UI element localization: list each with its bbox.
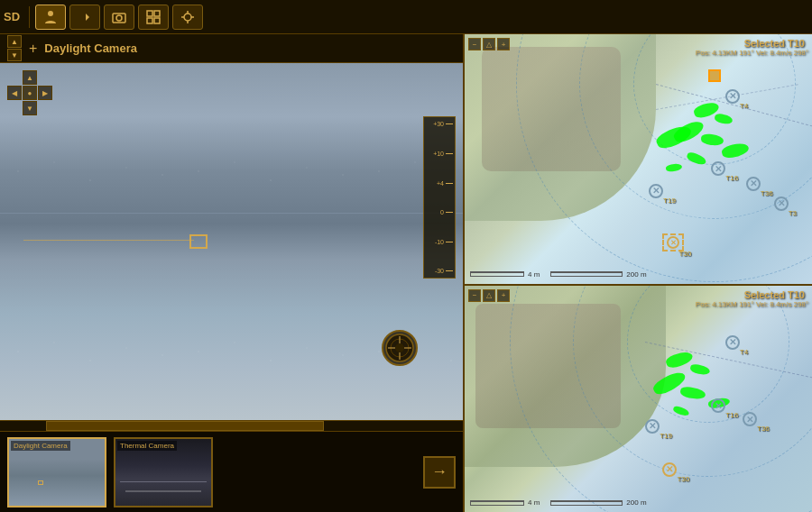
- camera-title: Daylight Camera: [44, 41, 137, 55]
- sd-label: SD: [4, 10, 20, 23]
- pos-label-bottom: Pos: 4.13KM 191° Vel: 8.4m/s 298°: [696, 300, 808, 308]
- camera-noise-overlay: [0, 63, 463, 420]
- horizon-line: [0, 213, 463, 214]
- right-panel: ✕ T4 ✕ T16 ✕ T19 ✕ T36 ✕ T3 ✕: [465, 34, 812, 512]
- track-label-t4: T4: [740, 102, 748, 110]
- pan-ur: [38, 70, 52, 85]
- thumbnails-strip: Daylight Camera Thermal Camera →: [0, 431, 463, 512]
- ruler-tick-10-plus: +10: [426, 151, 453, 157]
- track-marker-t3: ✕: [774, 197, 789, 211]
- map-nav-bottom: − △ +: [468, 289, 510, 302]
- target-tracking-line: [23, 240, 195, 241]
- add-camera-btn[interactable]: +: [29, 41, 37, 57]
- target-square-top: [708, 69, 721, 82]
- camera-feed[interactable]: ▲ ◀ ● ▶ ▼ +30 +10: [0, 63, 463, 420]
- map-nav-up-top[interactable]: △: [483, 38, 495, 50]
- ruler-tick-0: 0: [426, 209, 453, 215]
- next-camera-btn[interactable]: →: [423, 456, 456, 489]
- toolbar-btn-layout[interactable]: [138, 5, 169, 30]
- pan-control: ▲ ◀ ● ▶ ▼: [7, 70, 52, 115]
- track-label-t3: T3: [789, 209, 797, 217]
- scale-text-200m-bottom: 200 m: [626, 498, 646, 507]
- arrow-icon: [77, 9, 93, 25]
- range-ring-bottom-3: [510, 286, 813, 512]
- compass-indicator: [382, 330, 418, 366]
- track-label-t19-b: T19: [660, 432, 672, 440]
- svg-point-7: [184, 14, 191, 21]
- camera-header: ▲ ▼ + Daylight Camera: [0, 34, 463, 63]
- selected-label-bottom: Selected T10: [744, 289, 805, 300]
- pan-dl: [7, 101, 22, 115]
- ruler-tick-30-minus: -30: [426, 268, 453, 274]
- pan-down[interactable]: ▼: [23, 101, 37, 115]
- svg-rect-4: [154, 11, 160, 16]
- layout-icon: [145, 9, 161, 25]
- pan-down-btn[interactable]: ▼: [7, 49, 22, 61]
- track-label-t4-b: T4: [740, 348, 748, 356]
- track-marker-t36: ✕: [746, 177, 761, 191]
- toolbar-btn-arrow[interactable]: [69, 5, 100, 30]
- track-label-t36: T36: [761, 189, 773, 197]
- scrollbar-thumb[interactable]: [46, 421, 324, 431]
- map-nav-top: − △ +: [468, 38, 510, 50]
- map-nav-up-bottom[interactable]: △: [483, 289, 495, 302]
- map-nav-minus-bottom[interactable]: −: [468, 289, 481, 302]
- camera-icon: [111, 9, 127, 25]
- track-label-t19: T19: [663, 197, 676, 205]
- pan-up-btn[interactable]: ▲: [7, 35, 22, 48]
- scale-line-200m-b: [550, 500, 623, 506]
- toolbar-divider: [29, 6, 30, 28]
- map-nav-plus-top[interactable]: +: [497, 38, 510, 50]
- range-rings-top: [465, 34, 812, 284]
- track-marker-t4-b: ✕: [725, 335, 740, 350]
- pan-left[interactable]: ◀: [7, 86, 22, 100]
- track-label-t30-b: T30: [677, 475, 689, 483]
- camera-scrollbar[interactable]: [0, 420, 463, 431]
- toolbar-btn-person[interactable]: [35, 5, 66, 30]
- pan-dr: [38, 101, 52, 115]
- scale-text-4m: 4 m: [528, 270, 540, 279]
- ruler-tick-10-minus: -10: [426, 239, 453, 245]
- svg-point-0: [48, 11, 53, 16]
- selected-target-box: ✕: [662, 233, 684, 251]
- main-area: ▲ ▼ + Daylight Camera ▲ ◀ ● ▶ ▼: [0, 34, 812, 512]
- map-nav-minus-top[interactable]: −: [468, 38, 481, 50]
- scale-bar-top: 4 m 200 m: [470, 270, 647, 279]
- thumb-thermal[interactable]: Thermal Camera: [114, 437, 213, 507]
- toolbar: SD: [0, 0, 812, 34]
- pan-up[interactable]: ▲: [23, 70, 37, 85]
- thumb-daylight[interactable]: Daylight Camera: [7, 437, 106, 507]
- scale-text-200m-top: 200 m: [626, 270, 646, 279]
- track-label-t16-b: T16: [725, 411, 738, 419]
- compass-svg: [384, 333, 415, 363]
- camera-panel: ▲ ▼ + Daylight Camera ▲ ◀ ● ▶ ▼: [0, 34, 465, 512]
- svg-rect-6: [154, 18, 160, 23]
- ruler-tick-30-plus: +30: [426, 121, 453, 127]
- thumb-thermal-label: Thermal Camera: [117, 441, 177, 451]
- pan-ul: [7, 70, 22, 85]
- svg-rect-3: [147, 11, 152, 16]
- toolbar-btn-crosshair[interactable]: [172, 5, 203, 30]
- svg-point-14: [395, 343, 404, 352]
- track-marker-t30-inner: ✕: [667, 236, 679, 249]
- svg-point-2: [116, 15, 122, 21]
- pan-center[interactable]: ●: [23, 86, 37, 100]
- range-rings-bottom: [465, 286, 812, 512]
- map-nav-plus-bottom[interactable]: +: [497, 289, 510, 302]
- map-top[interactable]: ✕ T4 ✕ T16 ✕ T19 ✕ T36 ✕ T3 ✕: [465, 34, 812, 286]
- scale-bar-bottom: 4 m 200 m: [470, 498, 647, 507]
- toolbar-btn-camera[interactable]: [104, 5, 134, 30]
- map-bottom[interactable]: ✕ T4 ✕ T16 ✕ T19 ✕ T36 ✕ T30 − △: [465, 286, 812, 512]
- pan-right[interactable]: ▶: [38, 86, 52, 100]
- track-label-t30: T30: [678, 250, 691, 258]
- scale-ruler: +30 +10 +4 0 -10: [423, 116, 456, 279]
- track-marker-t19-b: ✕: [645, 419, 660, 434]
- pos-label-top: Pos: 4.13KM 191° Vel: 8.4m/s 298°: [696, 49, 808, 57]
- selected-label-top: Selected T10: [744, 38, 805, 49]
- thumb-daylight-label: Daylight Camera: [11, 441, 70, 451]
- next-icon: →: [431, 462, 448, 481]
- track-marker-t4: ✕: [725, 89, 740, 104]
- person-icon: [42, 9, 59, 25]
- scale-line-bottom: [470, 500, 524, 506]
- track-label-t16: T16: [725, 174, 738, 182]
